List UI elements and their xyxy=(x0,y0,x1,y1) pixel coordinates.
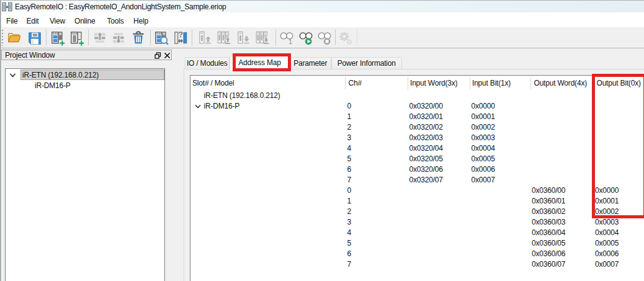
table-row[interactable]: 40x0360/040x0004 xyxy=(190,228,644,238)
window-title: EasyRemoteIO : EasyRemoteIO_AndonLightSy… xyxy=(15,1,226,13)
table-row[interactable]: 20x0320/020x0002 xyxy=(190,122,644,133)
read-once-button[interactable]: 1 xyxy=(278,29,295,47)
project-window-titlebar: Project Window xyxy=(1,50,172,60)
cell-input-bit: 0x0000 xyxy=(472,101,495,112)
column-header-input-bit-1x-[interactable]: Input Bit(1x) xyxy=(472,76,511,90)
download-all-modules-icon xyxy=(254,30,271,46)
column-header-output-word-4x-[interactable]: Output Word(4x) xyxy=(534,76,587,90)
add-module-append-button[interactable] xyxy=(68,29,86,47)
column-separator[interactable] xyxy=(530,77,531,89)
close-panel-icon[interactable] xyxy=(164,52,171,59)
cell-ch: 2 xyxy=(347,122,351,133)
settings-button[interactable] xyxy=(337,29,354,47)
upload-all-modules-button[interactable] xyxy=(215,29,233,47)
module-spacing-help-button[interactable]: ? xyxy=(172,29,189,47)
tree-node-ir-etn[interactable]: iR-ETN (192.168.0.212) xyxy=(22,70,99,81)
start-monitoring-icon xyxy=(298,30,314,46)
cell-input-bit: 0x0003 xyxy=(472,133,495,143)
tab-power-information[interactable]: Power Information xyxy=(331,57,403,69)
cell-input-word: 0x0320/03 xyxy=(409,133,443,143)
read-once-icon: 1 xyxy=(279,30,295,46)
column-header-slot-model[interactable]: Slot# / Model xyxy=(192,76,234,90)
cell-ch: 7 xyxy=(347,175,351,185)
cell-ch: 3 xyxy=(347,133,351,143)
tab-parameter[interactable]: Parameter xyxy=(290,57,331,69)
table-row[interactable]: 10x0320/010x0001 xyxy=(190,112,644,122)
chevron-down-icon[interactable] xyxy=(9,73,16,78)
column-separator[interactable] xyxy=(345,77,346,89)
cell-output-bit: 0x0005 xyxy=(595,238,619,249)
stop-monitoring-button[interactable] xyxy=(316,29,333,47)
move-module-down-button[interactable] xyxy=(110,29,127,47)
cell-ch: 5 xyxy=(347,238,351,249)
address-map-table: Slot# / ModelCh#Input Word(3x)Input Bit(… xyxy=(190,75,644,281)
download-module-button[interactable] xyxy=(235,29,252,47)
delete-module-button[interactable] xyxy=(130,29,147,47)
menu-help[interactable]: Help xyxy=(133,12,148,27)
column-separator[interactable] xyxy=(408,77,408,89)
find-module-button[interactable] xyxy=(153,29,170,47)
cell-ch: 2 xyxy=(347,207,351,217)
cell-ch: 1 xyxy=(347,196,351,207)
column-header-input-word-3x-[interactable]: Input Word(3x) xyxy=(410,76,457,90)
menu-online[interactable]: Online xyxy=(74,12,96,27)
save-project-button[interactable] xyxy=(26,29,43,47)
table-row[interactable]: iR-ETN (192.168.0.212) xyxy=(190,91,644,101)
menu-view[interactable]: View xyxy=(50,12,65,27)
svg-text:?: ? xyxy=(178,30,182,39)
toolbar-separator xyxy=(150,30,151,45)
toolbar-separator xyxy=(275,30,276,45)
table-row[interactable]: 20x0360/020x0002 xyxy=(190,207,644,217)
settings-icon xyxy=(338,30,354,46)
tree-node-ir-dm16p[interactable]: iR-DM16-P xyxy=(35,81,71,91)
add-module-insert-button[interactable] xyxy=(49,29,66,47)
cell-output-word: 0x0360/01 xyxy=(532,196,565,207)
table-row[interactable]: 40x0320/040x0004 xyxy=(190,143,644,154)
table-row[interactable]: 70x0320/070x0007 xyxy=(190,175,644,185)
download-all-modules-button[interactable] xyxy=(254,29,271,47)
table-row[interactable]: 10x0360/010x0001 xyxy=(190,196,644,207)
project-window-title: Project Window xyxy=(5,50,55,60)
table-row[interactable]: 50x0320/050x0005 xyxy=(190,154,644,164)
menu-tools[interactable]: Tools xyxy=(107,12,124,27)
title-bar: EasyRemoteIO : EasyRemoteIO_AndonLightSy… xyxy=(0,0,644,12)
float-panel-icon[interactable] xyxy=(154,52,161,59)
table-row[interactable]: 30x0360/030x0003 xyxy=(190,217,644,228)
table-row[interactable]: 60x0320/060x0006 xyxy=(190,164,644,175)
toolbar-separator xyxy=(357,30,357,45)
table-row[interactable]: 70x0360/070x0007 xyxy=(190,259,644,270)
toolbar-drag-handle[interactable] xyxy=(2,30,3,46)
cell-ch: 0 xyxy=(347,185,351,196)
cell-output-word: 0x0360/04 xyxy=(532,228,565,238)
column-separator[interactable] xyxy=(470,77,470,89)
table-row[interactable]: 00x0360/000x0000 xyxy=(190,185,644,196)
add-module-insert-icon xyxy=(50,30,66,46)
cell-model: iR-ETN (192.168.0.212) xyxy=(204,91,280,101)
table-row[interactable]: 60x0360/060x0006 xyxy=(190,249,644,259)
annotation-address-map-tab xyxy=(233,53,291,71)
table-row[interactable]: iR-DM16-P00x0320/000x0000 xyxy=(190,101,644,112)
table-row[interactable]: 30x0320/030x0003 xyxy=(190,133,644,143)
chevron-down-icon[interactable] xyxy=(195,104,201,109)
move-module-up-button[interactable] xyxy=(91,29,109,47)
cell-output-word: 0x0360/03 xyxy=(532,217,565,228)
cell-output-bit: 0x0003 xyxy=(595,217,619,228)
start-monitoring-button[interactable] xyxy=(297,29,315,47)
cell-input-word: 0x0320/01 xyxy=(409,112,443,122)
menu-file[interactable]: File xyxy=(6,12,18,27)
cell-ch: 6 xyxy=(347,164,351,175)
svg-text:1: 1 xyxy=(288,38,292,45)
move-module-down-icon xyxy=(110,30,127,46)
column-header-ch-[interactable]: Ch# xyxy=(349,76,362,90)
table-row[interactable]: 50x0360/050x0005 xyxy=(190,238,644,249)
cell-input-word: 0x0320/05 xyxy=(409,154,443,164)
tab-io-modules[interactable]: IO / Modules xyxy=(185,57,230,69)
cell-input-bit: 0x0005 xyxy=(472,154,495,164)
cell-input-bit: 0x0007 xyxy=(472,175,495,185)
upload-module-button[interactable] xyxy=(196,29,213,47)
menu-edit[interactable]: Edit xyxy=(27,12,39,27)
stop-monitoring-icon xyxy=(316,30,333,46)
move-module-up-icon xyxy=(92,30,108,46)
app-icon xyxy=(2,2,12,12)
open-project-button[interactable] xyxy=(6,29,23,47)
